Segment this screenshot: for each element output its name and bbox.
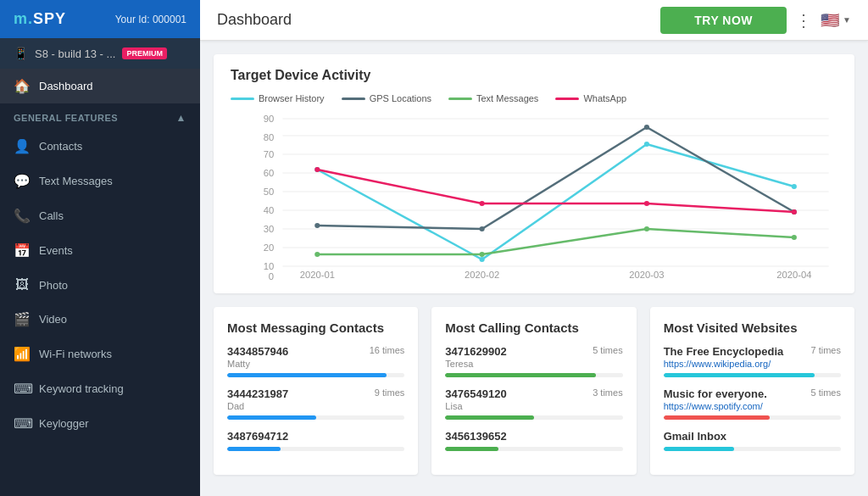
svg-point-37 (644, 201, 649, 206)
messaging-contact-row-1: 3444231987 Dad 9 times (227, 387, 404, 420)
legend-gps-locations: GPS Locations (342, 93, 431, 103)
messaging-contact-row-2: 3487694712 (227, 430, 404, 451)
video-icon: 🎬 (14, 311, 31, 327)
keyword-tracking-icon: ⌨ (14, 381, 31, 397)
contact-times: 5 times (593, 345, 622, 355)
legend-dot-whatsapp (555, 98, 579, 100)
device-icon: 📱 (14, 47, 28, 60)
svg-text:20: 20 (264, 242, 274, 253)
premium-badge: PREMIUM (122, 47, 167, 59)
contact-name: Lisa (445, 401, 506, 411)
text-messages-icon: 💬 (14, 173, 31, 189)
website-times: 7 times (811, 345, 841, 355)
content-area: Target Device Activity Browser History G… (200, 41, 868, 496)
general-features-header: GENERAL FEATURES ▲ (0, 103, 200, 129)
website-bar (664, 373, 815, 377)
svg-text:2020-01: 2020-01 (300, 270, 335, 280)
sidebar-item-dashboard[interactable]: 🏠 Dashboard (0, 69, 200, 103)
website-row-2: Gmail Inbox (664, 430, 841, 451)
contact-times: 9 times (375, 387, 404, 398)
legend-text-messages: Text Messages (448, 93, 538, 103)
most-calling-title: Most Calling Contacts (445, 320, 622, 335)
sidebar-item-label: Keylogger (39, 417, 89, 430)
sidebar-item-contacts[interactable]: 👤 Contacts (0, 129, 200, 164)
device-name: S8 - build 13 - ... (35, 47, 115, 60)
sidebar-item-label: Video (39, 313, 67, 326)
contact-number: 3476549120 (445, 387, 506, 400)
sidebar-item-label: Photo (39, 279, 68, 292)
main-content: Dashboard TRY NOW ⋮ 🇺🇸 ▼ Target Device A… (200, 0, 868, 496)
logo: m.SPY (14, 10, 66, 28)
svg-point-25 (644, 142, 649, 147)
flag-icon: 🇺🇸 (821, 11, 839, 30)
sidebar-item-keyword-tracking[interactable]: ⌨ Keyword tracking (0, 371, 200, 406)
svg-text:90: 90 (264, 114, 274, 124)
language-selector[interactable]: 🇺🇸 ▼ (821, 11, 851, 30)
legend-dot-text (448, 98, 472, 100)
bottom-cards: Most Messaging Contacts 3434857946 Matty… (214, 307, 854, 475)
contact-times: 3 times (593, 387, 622, 398)
website-bar (664, 447, 735, 451)
most-messaging-title: Most Messaging Contacts (227, 320, 404, 335)
contact-bar (445, 415, 534, 420)
svg-text:10: 10 (264, 261, 274, 271)
chart-legend: Browser History GPS Locations Text Messa… (231, 93, 837, 103)
legend-dot-browser (231, 98, 254, 100)
svg-point-28 (480, 226, 485, 231)
calls-icon: 📞 (14, 208, 31, 224)
website-row-1: Music for everyone. https://www.spotify.… (664, 387, 841, 420)
user-id: Your Id: 000001 (115, 14, 186, 25)
svg-text:30: 30 (264, 224, 274, 234)
contact-name: Dad (227, 401, 288, 411)
page-title: Dashboard (217, 11, 292, 29)
svg-text:40: 40 (264, 205, 274, 215)
sidebar: m.SPY Your Id: 000001 📱 S8 - build 13 - … (0, 0, 200, 496)
sidebar-item-video[interactable]: 🎬 Video (0, 302, 200, 337)
sidebar-item-photo[interactable]: 🖼 Photo (0, 268, 200, 302)
topbar-actions: TRY NOW ⋮ 🇺🇸 ▼ (660, 7, 851, 34)
keylogger-icon: ⌨ (14, 415, 31, 432)
website-times: 5 times (811, 387, 841, 398)
chevron-down-icon: ▼ (843, 15, 851, 25)
more-options-icon[interactable]: ⋮ (795, 10, 812, 31)
website-bar (664, 415, 771, 420)
sidebar-item-events[interactable]: 📅 Events (0, 233, 200, 268)
chart-svg: 90 80 70 60 50 40 30 20 10 0 2020-01 202… (231, 110, 837, 280)
contact-number: 3456139652 (445, 430, 506, 443)
sidebar-item-wifi[interactable]: 📶 Wi-Fi networks (0, 337, 200, 371)
svg-point-24 (480, 257, 485, 262)
contact-bar (445, 373, 596, 377)
svg-text:50: 50 (264, 187, 274, 197)
chevron-up-icon: ▲ (176, 112, 186, 124)
website-url[interactable]: https://www.wikipedia.org/ (664, 359, 784, 369)
svg-text:70: 70 (264, 149, 274, 159)
contact-name: Matty (227, 359, 288, 369)
website-url[interactable]: https://www.spotify.com/ (664, 401, 767, 411)
wifi-icon: 📶 (14, 346, 31, 362)
contact-bar (227, 373, 387, 377)
sidebar-item-keylogger[interactable]: ⌨ Keylogger (0, 406, 200, 441)
home-icon: 🏠 (14, 78, 31, 94)
svg-point-29 (644, 125, 649, 130)
contact-name: Teresa (445, 359, 506, 369)
sidebar-item-calls[interactable]: 📞 Calls (0, 198, 200, 233)
contacts-icon: 👤 (14, 138, 31, 154)
sidebar-item-label: Keyword tracking (39, 382, 124, 395)
sidebar-item-text-messages[interactable]: 💬 Text Messages (0, 164, 200, 198)
svg-text:2020-04: 2020-04 (776, 270, 811, 280)
svg-text:60: 60 (264, 168, 274, 178)
events-icon: 📅 (14, 242, 31, 259)
contact-number: 3444231987 (227, 387, 288, 400)
sidebar-header: m.SPY Your Id: 000001 (0, 0, 200, 38)
legend-browser-history: Browser History (231, 93, 325, 103)
sidebar-item-label: Wi-Fi networks (39, 348, 112, 360)
legend-dot-gps (342, 98, 365, 100)
contact-bar (227, 447, 281, 451)
contact-bar (227, 415, 316, 420)
sidebar-item-label: Calls (39, 209, 64, 222)
website-row-0: The Free Encyclopedia https://www.wikipe… (664, 345, 841, 377)
most-calling-card: Most Calling Contacts 3471629902 Teresa … (431, 307, 636, 475)
svg-text:2020-03: 2020-03 (629, 270, 664, 280)
try-now-button[interactable]: TRY NOW (660, 7, 787, 34)
sidebar-item-label: Contacts (39, 140, 82, 153)
